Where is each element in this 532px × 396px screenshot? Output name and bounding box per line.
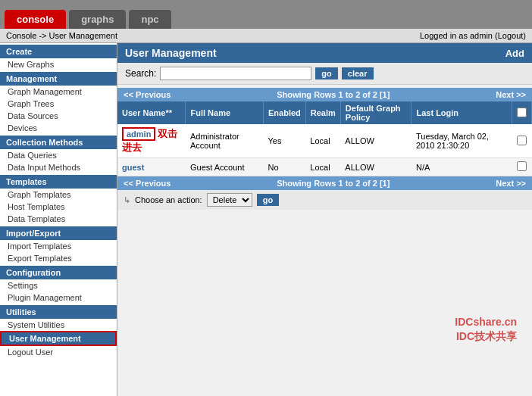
prev-link-top[interactable]: << Previous: [124, 90, 171, 99]
showing-text-top: Showing Rows 1 to 2 of 2 [1]: [277, 90, 390, 99]
sidebar-item-logout-user[interactable]: Logout User: [0, 346, 117, 358]
cell-check-guest[interactable]: [512, 158, 532, 176]
sidebar-section-import-export[interactable]: Import/Export: [0, 226, 117, 240]
sidebar-item-data-sources[interactable]: Data Sources: [0, 110, 117, 122]
search-bar: Search: go clear: [117, 63, 532, 85]
sidebar-item-settings[interactable]: Settings: [0, 279, 117, 292]
sidebar-item-devices[interactable]: Devices: [0, 122, 117, 134]
cell-check-admin[interactable]: [512, 124, 532, 158]
sidebar-item-system-utilities[interactable]: System Utilities: [0, 319, 117, 331]
cell-fullname-guest: Guest Account: [186, 158, 264, 176]
sidebar-item-export-templates[interactable]: Export Templates: [0, 252, 117, 264]
user-table: User Name** Full Name Enabled Realm Defa…: [117, 101, 532, 176]
sidebar-item-graph-trees[interactable]: Graph Trees: [0, 98, 117, 110]
sidebar-item-plugin-management[interactable]: Plugin Management: [0, 292, 117, 304]
table-row: admin 双击进去 Administrator Account Yes Loc…: [117, 124, 532, 158]
sidebar-section-create[interactable]: Create: [0, 45, 117, 58]
cell-realm-admin: Local: [305, 124, 340, 158]
next-link-top[interactable]: Next >>: [496, 90, 526, 99]
table-row: guest Guest Account No Local ALLOW N/A: [117, 158, 532, 176]
clear-button[interactable]: clear: [342, 67, 374, 80]
sidebar-section-collection-methods[interactable]: Collection Methods: [0, 136, 117, 149]
content-header: User Management Add: [117, 43, 532, 63]
action-go-button[interactable]: go: [257, 194, 279, 206]
admin-link[interactable]: admin: [122, 127, 155, 141]
breadcrumb: Console -> User Management: [6, 31, 117, 40]
tab-npc[interactable]: npc: [129, 10, 171, 29]
sidebar-section-configuration[interactable]: Configuration: [0, 266, 117, 279]
sidebar-item-data-queries[interactable]: Data Queries: [0, 149, 117, 161]
go-button[interactable]: go: [315, 67, 337, 80]
checkbox-admin[interactable]: [517, 136, 527, 145]
add-link[interactable]: Add: [505, 48, 524, 59]
sidebar-item-data-templates[interactable]: Data Templates: [0, 213, 117, 225]
cell-username-admin[interactable]: admin 双击进去: [117, 124, 186, 158]
cell-policy-admin: ALLOW: [340, 124, 412, 158]
prev-link-bottom[interactable]: << Previous: [124, 179, 171, 188]
checkbox-guest[interactable]: [517, 161, 527, 171]
col-realm: Realm: [305, 101, 340, 124]
cell-policy-guest: ALLOW: [340, 158, 412, 176]
breadcrumb-bar: Console -> User Management Logged in as …: [0, 29, 532, 43]
sidebar-item-graph-management[interactable]: Graph Management: [0, 86, 117, 98]
sidebar-item-import-templates[interactable]: Import Templates: [0, 240, 117, 252]
top-nav: console graphs npc: [0, 0, 532, 29]
sidebar-section-templates[interactable]: Templates: [0, 175, 117, 189]
cell-lastlogin-admin: Tuesday, March 02, 2010 21:30:20: [412, 124, 512, 158]
action-select[interactable]: Delete: [207, 193, 252, 207]
cell-realm-guest: Local: [305, 158, 340, 176]
select-all-checkbox[interactable]: [517, 108, 527, 117]
sidebar-item-graph-templates[interactable]: Graph Templates: [0, 189, 117, 201]
col-username: User Name**: [117, 101, 186, 124]
arrow-icon: ↳: [124, 195, 130, 205]
col-checkbox: [512, 101, 532, 124]
search-input[interactable]: [160, 67, 311, 80]
cell-lastlogin-guest: N/A: [412, 158, 512, 176]
col-policy: Default Graph Policy: [340, 101, 412, 124]
sidebar-item-data-input-methods[interactable]: Data Input Methods: [0, 161, 117, 173]
table-top-nav: << Previous Showing Rows 1 to 2 of 2 [1]…: [117, 88, 532, 101]
table-bottom-nav: << Previous Showing Rows 1 to 2 of 2 [1]…: [117, 176, 532, 190]
bottom-action-bar: ↳ Choose an action: Delete go: [117, 190, 532, 210]
sidebar-item-new-graphs[interactable]: New Graphs: [0, 58, 117, 70]
tab-console[interactable]: console: [5, 10, 66, 29]
cell-enabled-guest: No: [264, 158, 306, 176]
next-link-bottom[interactable]: Next >>: [496, 179, 526, 188]
col-fullname: Full Name: [186, 101, 264, 124]
showing-text-bottom: Showing Rows 1 to 2 of 2 [1]: [277, 179, 390, 188]
search-label: Search:: [125, 68, 156, 79]
choose-action-label: Choose an action:: [135, 195, 202, 204]
sidebar-section-utilities[interactable]: Utilities: [0, 305, 117, 319]
page-title: User Management: [125, 47, 217, 59]
col-enabled: Enabled: [264, 101, 306, 124]
login-status: Logged in as admin (Logout): [420, 31, 526, 40]
sidebar: Create New Graphs Management Graph Manag…: [0, 43, 117, 396]
sidebar-section-management[interactable]: Management: [0, 72, 117, 86]
sidebar-item-user-management[interactable]: User Management: [0, 331, 117, 346]
content-area: User Management Add Search: go clear << …: [117, 43, 532, 396]
col-lastlogin: Last Login: [412, 101, 512, 124]
cell-fullname-admin: Administrator Account: [186, 124, 264, 158]
sidebar-item-host-templates[interactable]: Host Templates: [0, 201, 117, 213]
cell-enabled-admin: Yes: [264, 124, 306, 158]
cell-username-guest[interactable]: guest: [117, 158, 186, 176]
tab-graphs[interactable]: graphs: [69, 10, 126, 29]
